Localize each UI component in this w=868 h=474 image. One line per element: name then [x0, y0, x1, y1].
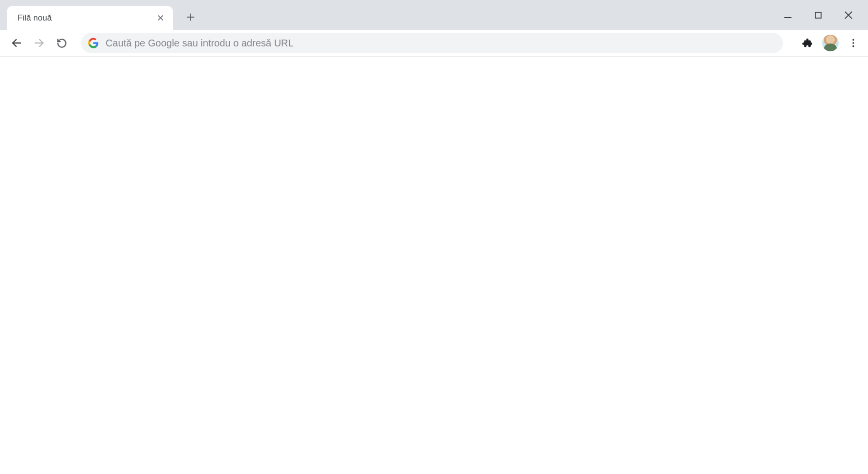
minimize-icon [783, 10, 793, 20]
browser-toolbar [0, 30, 868, 57]
more-vert-icon [848, 38, 859, 48]
close-icon [844, 10, 853, 20]
browser-menu-button[interactable] [844, 33, 863, 53]
browser-tab[interactable]: Filă nouă [7, 6, 173, 30]
svg-point-11 [852, 42, 854, 44]
forward-button[interactable] [29, 33, 49, 53]
svg-point-10 [852, 39, 854, 41]
tab-title: Filă nouă [18, 13, 154, 23]
plus-icon [186, 12, 195, 22]
close-icon [157, 14, 164, 22]
window-maximize-button[interactable] [810, 7, 826, 23]
google-icon [88, 38, 99, 48]
arrow-right-icon [33, 37, 45, 49]
profile-avatar[interactable] [822, 35, 839, 51]
tab-strip: Filă nouă [0, 0, 868, 30]
window-controls [780, 0, 863, 30]
extensions-button[interactable] [798, 33, 817, 53]
new-tab-button[interactable] [181, 7, 200, 27]
back-button[interactable] [7, 33, 26, 53]
maximize-icon [814, 11, 823, 20]
window-minimize-button[interactable] [780, 7, 796, 23]
arrow-left-icon [11, 37, 22, 49]
reload-icon [56, 38, 67, 49]
omnibox-input[interactable] [106, 38, 773, 49]
puzzle-icon [802, 38, 813, 48]
close-tab-button[interactable] [154, 12, 166, 24]
svg-point-12 [852, 45, 854, 47]
svg-rect-5 [815, 12, 821, 18]
reload-button[interactable] [52, 33, 71, 53]
toolbar-right [789, 33, 863, 53]
window-close-button[interactable] [841, 7, 856, 23]
address-bar[interactable] [81, 33, 783, 53]
